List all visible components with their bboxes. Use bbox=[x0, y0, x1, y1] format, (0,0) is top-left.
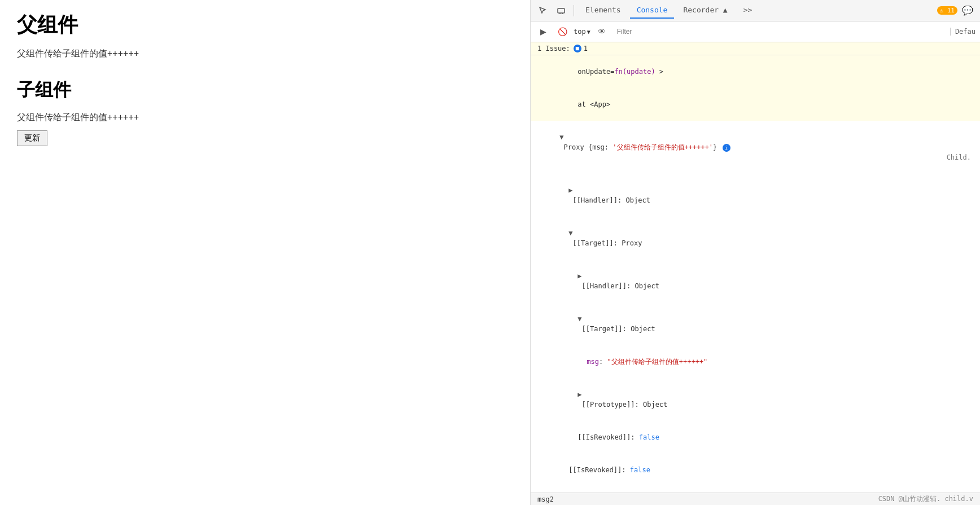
svg-rect-0 bbox=[558, 8, 565, 13]
parent-title: 父组件 bbox=[17, 11, 513, 39]
devtools-toolbar: ▶ 🚫 top ▼ 👁 Defau bbox=[531, 21, 980, 42]
context-selector[interactable]: top ▼ bbox=[574, 28, 590, 36]
warning-badge: ⚠ 11 bbox=[937, 6, 958, 15]
issue-info-icon: ■ bbox=[574, 45, 581, 52]
console-line: [[IsRevoked]]: false bbox=[531, 421, 980, 454]
left-panel: 父组件 父组件传给子组件的值++++++ 子组件 父组件传给子组件的值+++++… bbox=[0, 0, 531, 505]
console-line: msg: "父组件传给子组件的值++++++" bbox=[531, 345, 980, 378]
issue-text: 1 Issue: bbox=[537, 45, 570, 52]
tab-console[interactable]: Console bbox=[630, 2, 675, 19]
csdn-watermark: CSDN @山竹动漫辅. child.v bbox=[878, 494, 973, 504]
issue-count: 1 bbox=[584, 45, 588, 52]
console-line: ▶ [[Prototype]]: Object bbox=[531, 378, 980, 421]
console-line: at <App> bbox=[531, 88, 980, 121]
child-title: 子组件 bbox=[17, 78, 513, 103]
chevron-down-icon: ▼ bbox=[587, 29, 590, 35]
console-line: ▶ [[Handler]]: Object bbox=[531, 174, 980, 217]
console-line: ▼ [[Target]]: Object bbox=[531, 302, 980, 345]
console-line: onUpdate=fn(update) > bbox=[531, 55, 980, 88]
block-icon[interactable]: 🚫 bbox=[554, 24, 570, 39]
console-line: ▼ Proxy {msg: '父组件传给子组件的值++++++'} i Chil… bbox=[531, 121, 980, 174]
parent-value: 父组件传给子组件的值++++++ bbox=[17, 48, 513, 60]
eye-icon[interactable]: 👁 bbox=[594, 24, 610, 39]
filter-input[interactable] bbox=[613, 26, 947, 37]
run-icon[interactable]: ▶ bbox=[535, 24, 551, 39]
default-label: Defau bbox=[950, 28, 975, 36]
inspect-icon[interactable] bbox=[535, 3, 551, 19]
tab-elements[interactable]: Elements bbox=[579, 2, 628, 19]
bottom-left-text: msg2 bbox=[537, 495, 554, 503]
devtools-header: Elements Console Recorder ▲ >> ⚠ 11 💬 bbox=[531, 0, 980, 21]
console-line: ▼ {expose: f} i bbox=[531, 486, 980, 493]
update-button[interactable]: 更新 bbox=[17, 130, 47, 146]
console-line: ▶ [[Handler]]: Object bbox=[531, 260, 980, 302]
tab-more[interactable]: >> bbox=[737, 2, 759, 19]
tab-recorder[interactable]: Recorder ▲ bbox=[676, 2, 734, 19]
device-icon[interactable] bbox=[553, 3, 569, 19]
devtools-panel: Elements Console Recorder ▲ >> ⚠ 11 💬 ▶ … bbox=[531, 0, 980, 505]
console-line: [[IsRevoked]]: false bbox=[531, 454, 980, 486]
chat-icon[interactable]: 💬 bbox=[960, 3, 975, 19]
child-value: 父组件传给子组件的值++++++ bbox=[17, 112, 513, 124]
issue-bar: 1 Issue: ■ 1 bbox=[531, 42, 980, 55]
context-label: top bbox=[574, 28, 586, 36]
console-line: ▼ [[Target]]: Proxy bbox=[531, 217, 980, 260]
console-bottom-bar: msg2 CSDN @山竹动漫辅. child.v bbox=[531, 493, 980, 505]
console-output[interactable]: onUpdate=fn(update) > at <App> ▼ Proxy {… bbox=[531, 55, 980, 493]
